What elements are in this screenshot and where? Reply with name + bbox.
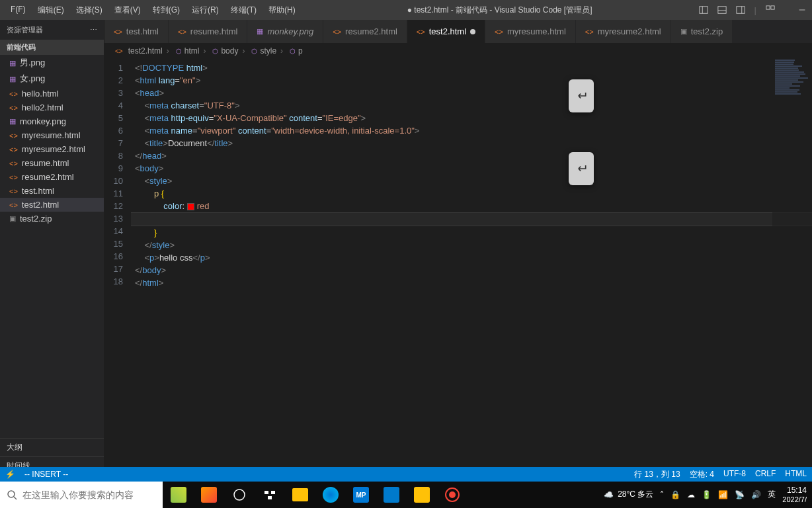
folder-section[interactable]: 前端代码 [0,40,104,55]
file-item[interactable]: <>hello2.html [0,101,104,114]
code-editor[interactable]: 123456789101112131415161718 <!DOCTYPE ht… [104,59,812,475]
tab-label: test2.zip [691,26,723,36]
file-name: monkey.png [20,116,66,126]
sidebar-section-item[interactable]: 大纲 [0,438,104,456]
file-item[interactable]: <>myresume2.html [0,142,104,156]
network-icon[interactable]: 📶 [718,490,728,499]
layout-icon-2[interactable] [717,5,727,15]
file-item[interactable]: <>resume.html [0,156,104,170]
menu-item[interactable]: 转到(G) [147,2,185,19]
file-item[interactable]: <>test.html [0,184,104,198]
clock-time: 15:14 [782,486,807,495]
file-name: 男.png [20,57,45,69]
file-item[interactable]: <>test2.html [0,198,104,212]
editor-tab[interactable]: <>resume.html [169,20,247,43]
tray-icon-1[interactable]: 🔒 [670,490,680,499]
file-item[interactable]: ▦monkey.png [0,114,104,128]
file-name: test2.zip [20,214,52,224]
breadcrumb-item[interactable]: ⬡ html [173,46,200,56]
menu-item[interactable]: 选择(S) [71,2,108,19]
cursor-position[interactable]: 行 13，列 13 [634,469,680,480]
file-name: resume2.html [22,172,74,182]
search-input[interactable] [22,489,156,500]
file-name: hello.html [22,89,59,99]
wifi-icon[interactable]: 📡 [735,490,745,499]
breadcrumb-item[interactable]: <> test2.html [115,46,163,56]
clock[interactable]: 15:14 2022/7/ [782,486,807,504]
layout-icon-3[interactable] [736,5,745,15]
system-tray: ☁️28°C 多云 ˄ 🔒 ☁ 🔋 📶 📡 🔊 英 15:14 2022/7/ [598,486,812,504]
menu-item[interactable]: F(F) [5,2,31,19]
breadcrumb-item[interactable]: ⬡ style [249,46,276,56]
minimap[interactable] [772,59,812,475]
editor-tab[interactable]: ▣test2.zip [671,20,733,43]
volume-icon[interactable]: 🔊 [751,490,761,499]
task-view-icon[interactable] [261,486,279,504]
app-icon-yellow[interactable] [413,486,431,504]
breadcrumb-item[interactable]: ⬡ body [210,46,238,56]
editor-tab[interactable]: <>myresume2.html [576,20,671,43]
file-name: myresume2.html [22,144,85,154]
remote-icon[interactable]: ⚡ [5,470,15,479]
tab-label: monkey.png [267,26,313,36]
weather-widget[interactable]: ☁️28°C 多云 [604,489,653,500]
file-item[interactable]: <>hello.html [0,87,104,101]
editor-tab[interactable]: <>test2.html [407,20,485,43]
editor-tab[interactable]: <>myresume.html [485,20,576,43]
file-name: test2.html [22,200,59,210]
code-content[interactable]: <!DOCTYPE html><html lang="en"><head> <m… [131,59,812,475]
ime-enter-button[interactable] [569,79,594,112]
file-type-icon: <> [9,90,18,98]
eol-status[interactable]: CRLF [755,469,776,480]
search-icon [7,489,17,500]
edge-icon[interactable] [321,486,340,504]
file-type-icon: <> [9,159,18,167]
app-icon-1[interactable] [169,486,188,504]
record-icon[interactable] [443,486,462,504]
menu-item[interactable]: 编辑(E) [32,2,69,19]
encoding-status[interactable]: UTF-8 [723,469,746,480]
language-status[interactable]: HTML [785,469,807,480]
file-item[interactable]: <>resume2.html [0,170,104,184]
app-icon-2[interactable] [200,486,218,504]
file-item[interactable]: <>myresume.html [0,128,104,142]
vscode-icon[interactable] [382,486,401,504]
windows-search[interactable] [0,482,163,508]
cortana-icon[interactable] [230,486,249,504]
ime-indicator[interactable]: 英 [768,489,776,500]
tab-label: test.html [126,26,159,36]
file-item[interactable]: ▦女.png [0,71,104,87]
battery-icon[interactable]: 🔋 [702,490,711,499]
editor-tab[interactable]: ▦monkey.png [247,20,323,43]
file-item[interactable]: ▣test2.zip [0,212,104,226]
indent-status[interactable]: 空格: 4 [690,469,714,480]
layout-icon[interactable] [699,5,708,15]
customize-layout-icon[interactable] [766,5,775,15]
tab-file-icon: <> [114,28,122,36]
chevron-up-icon[interactable]: ˄ [660,490,664,499]
editor-tab[interactable]: <>resume2.html [323,20,407,43]
tab-file-icon: <> [333,28,341,36]
ellipsis-icon[interactable]: ⋯ [90,26,97,34]
minimize-icon[interactable] [797,5,807,15]
status-bar: ⚡ -- INSERT -- 行 13，列 13 空格: 4 UTF-8 CRL… [0,467,812,482]
file-type-icon: <> [9,201,18,209]
file-name: myresume.html [22,130,81,140]
menu-item[interactable]: 查看(V) [109,2,146,19]
ime-enter-button-2[interactable] [569,152,594,185]
onedrive-icon[interactable]: ☁ [687,490,695,499]
menu-item[interactable]: 运行(R) [186,2,224,19]
svg-rect-2 [717,7,725,14]
menu-item[interactable]: 终端(T) [225,2,262,19]
breadcrumb-separator-icon: › [280,46,283,56]
file-type-icon: ▦ [9,59,16,67]
taskbar-apps: MP [169,486,598,504]
editor-tab[interactable]: <>test.html [104,20,169,43]
breadcrumb-item[interactable]: ⬡ p [287,46,303,56]
file-item[interactable]: ▦男.png [0,55,104,71]
file-explorer-icon[interactable] [291,486,309,504]
mp-app-icon[interactable]: MP [352,486,370,504]
menu-item[interactable]: 帮助(H) [263,2,301,19]
svg-line-10 [14,497,17,499]
tab-label: myresume.html [507,26,566,36]
